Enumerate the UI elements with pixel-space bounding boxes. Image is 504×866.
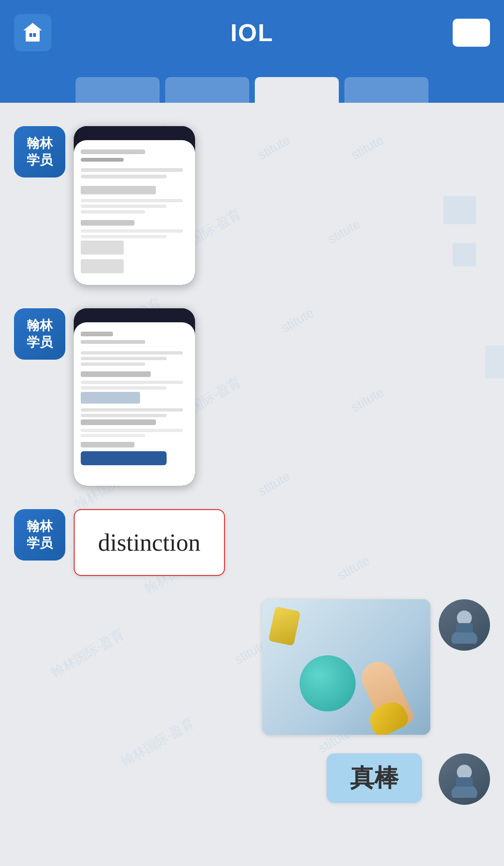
svg-rect-4 bbox=[30, 38, 35, 42]
avatar-label-3b: 学员 bbox=[27, 535, 53, 552]
image-inner bbox=[262, 599, 430, 735]
message-row-4 bbox=[14, 599, 490, 735]
main-content: 翰林国际·盈育 stitute stitute 翰林国际·盈育 stitute … bbox=[0, 103, 504, 866]
tab-bar bbox=[0, 65, 504, 103]
svg-marker-3 bbox=[23, 23, 42, 30]
avatar-label-2: 翰林 bbox=[27, 317, 53, 334]
distinction-text: distinction bbox=[98, 529, 201, 556]
svg-rect-2 bbox=[33, 33, 36, 37]
teacher-silhouette-2 bbox=[446, 760, 483, 798]
avatar-label-3: 翰林 bbox=[27, 518, 53, 535]
svg-rect-1 bbox=[29, 33, 32, 37]
avatar-label-2b: 学员 bbox=[27, 334, 53, 351]
distinction-bubble: distinction bbox=[74, 509, 225, 576]
student-avatar-3: 翰林 学员 bbox=[14, 509, 65, 561]
chat-section: 翰林 学员 bbox=[0, 117, 504, 838]
phone-screenshot-1[interactable] bbox=[74, 126, 195, 285]
tab-3[interactable] bbox=[255, 77, 339, 103]
tab-1[interactable] bbox=[76, 77, 160, 103]
avatar-label-1b: 学员 bbox=[27, 152, 53, 169]
reaction-bubble: 真棒 bbox=[327, 753, 422, 803]
message-row-1: 翰林 学员 bbox=[14, 126, 490, 285]
student-avatar-1: 翰林 学员 bbox=[14, 126, 65, 177]
app-header: IOL bbox=[0, 0, 504, 65]
tab-4[interactable] bbox=[344, 77, 428, 103]
teacher-avatar-1 bbox=[439, 599, 490, 651]
phone-topbar-1 bbox=[74, 126, 195, 133]
tab-2[interactable] bbox=[165, 77, 249, 103]
message-row-5: 真棒 bbox=[14, 753, 490, 805]
phone-screen-content-1 bbox=[74, 140, 195, 285]
header-toggle[interactable] bbox=[453, 19, 490, 47]
phone-screen-content-2 bbox=[74, 322, 195, 486]
app-title: IOL bbox=[231, 19, 274, 47]
teacher-avatar-img-1 bbox=[439, 599, 490, 651]
teacher-avatar-img-2 bbox=[439, 753, 490, 805]
reaction-text: 真棒 bbox=[350, 764, 399, 791]
phone-topbar-2 bbox=[74, 308, 195, 315]
svg-rect-10 bbox=[456, 777, 473, 787]
student-avatar-2: 翰林 学员 bbox=[14, 308, 65, 360]
message-row-2: 翰林 学员 bbox=[14, 308, 490, 486]
svg-rect-7 bbox=[456, 623, 473, 632]
phone-screenshot-2[interactable] bbox=[74, 308, 195, 486]
building-icon bbox=[21, 21, 44, 44]
teacher-silhouette-1 bbox=[446, 606, 483, 644]
avatar-label-1: 翰林 bbox=[27, 135, 53, 152]
teacher-avatar-2 bbox=[439, 753, 490, 805]
app-icon[interactable] bbox=[14, 14, 51, 51]
image-bubble bbox=[262, 599, 430, 735]
message-row-3: 翰林 学员 distinction bbox=[14, 509, 490, 576]
